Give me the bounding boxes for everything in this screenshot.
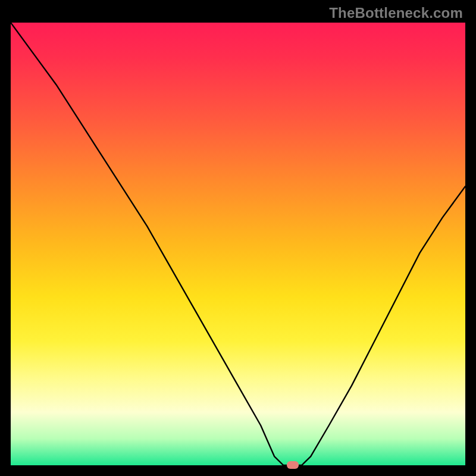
chart-plot-area — [11, 23, 465, 465]
brand-watermark: TheBottleneck.com — [329, 5, 463, 21]
minimum-marker — [287, 461, 299, 469]
chart-curve — [11, 23, 465, 465]
